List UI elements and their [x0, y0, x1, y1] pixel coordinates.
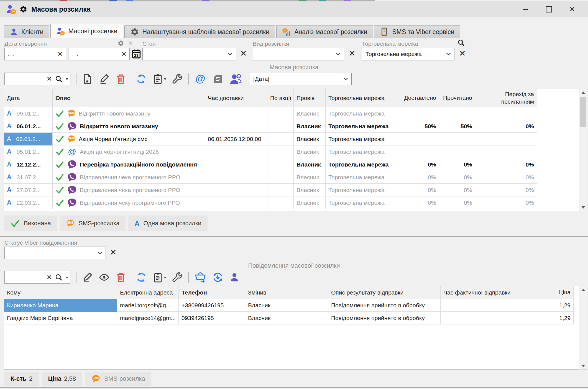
- messages-scrollbar[interactable]: [580, 286, 587, 370]
- col-header[interactable]: Ціна: [532, 286, 574, 299]
- clients-button[interactable]: [229, 73, 242, 85]
- settings-button[interactable]: [172, 73, 183, 85]
- date-to-value: . .: [71, 51, 80, 57]
- search-clear-icon[interactable]: ✕: [47, 76, 52, 82]
- scroll-up-icon[interactable]: [580, 286, 587, 293]
- tab-mailing-analysis[interactable]: Аналіз масової розсилки: [276, 25, 373, 38]
- date-to-clear-icon[interactable]: ✕: [121, 51, 127, 57]
- row-promo: [267, 184, 294, 196]
- minimize-button[interactable]: ─: [521, 5, 530, 13]
- view-button[interactable]: [99, 272, 110, 283]
- check-done-icon: [55, 198, 64, 207]
- state-clear-icon[interactable]: ✕: [240, 49, 247, 58]
- sim-refresh-button[interactable]: [212, 73, 224, 85]
- col-header[interactable]: Змінив: [245, 286, 328, 299]
- col-header[interactable]: Опис: [53, 89, 205, 107]
- table-row[interactable]: A12.12.2... Перевірка транзакційного пов…: [4, 158, 579, 171]
- check-done-icon: [55, 109, 64, 118]
- tab-label: Клієнти: [21, 28, 44, 36]
- table-row[interactable]: A05.01.2... Акція до чорної п'ятниці 202…: [4, 145, 579, 158]
- table-row-selected[interactable]: A06.01.2... Акція Чорна п'ятниця смс 06.…: [4, 133, 579, 145]
- table-row[interactable]: A27.07.2... Відправлення чека програмног…: [4, 184, 579, 196]
- messages-search-input[interactable]: ✕ ▾: [4, 271, 70, 284]
- refresh-button[interactable]: [136, 272, 147, 283]
- table-row[interactable]: Гладких Марія Сергіївна marielgrace14@gm…: [4, 312, 579, 324]
- settings-button[interactable]: [172, 272, 183, 283]
- col-header[interactable]: Кому: [4, 286, 117, 299]
- sync-download-button[interactable]: [212, 272, 224, 283]
- tab-template-settings[interactable]: Налаштування шаблонів масової розсилки: [124, 25, 275, 38]
- search-icon[interactable]: [55, 273, 63, 281]
- row-description: Акція до чорної п'ятниці 2026: [80, 149, 159, 155]
- network-combobox[interactable]: Торговельна мережа: [362, 48, 454, 60]
- date-to-input[interactable]: . . ✕: [68, 48, 130, 60]
- search-icon[interactable]: [457, 39, 465, 47]
- table-row-selected[interactable]: Кириленко Марина mariel.torgsoft@g... +3…: [4, 299, 579, 312]
- add-button[interactable]: [82, 73, 93, 85]
- tab-sms-viber-services[interactable]: SMS та Viber сервіси: [374, 25, 460, 38]
- viber-bubble-icon: [67, 185, 77, 195]
- mailings-search-input[interactable]: ✕ ▾: [4, 73, 70, 85]
- col-header[interactable]: Торговельна мережа: [326, 89, 399, 107]
- search-options-caret-icon[interactable]: ▾: [66, 77, 68, 81]
- edit-button[interactable]: [99, 73, 110, 85]
- table-row[interactable]: A31.07.2... Відправлення чека програмног…: [4, 171, 579, 184]
- maximize-button[interactable]: [546, 6, 552, 12]
- col-header[interactable]: Дата: [4, 89, 53, 107]
- col-header[interactable]: Телефон: [179, 286, 245, 299]
- scroll-down-icon[interactable]: [580, 204, 587, 211]
- calendar-23-icon[interactable]: [131, 49, 141, 59]
- scroll-thumb[interactable]: [580, 97, 586, 127]
- scroll-up-icon[interactable]: [580, 89, 587, 96]
- refresh-button[interactable]: [136, 73, 147, 85]
- table-row[interactable]: A06.01.2... Відкриття нового магазину Вл…: [4, 120, 579, 133]
- tab-clients[interactable]: Клієнти: [4, 25, 49, 38]
- viber-status-clear-icon[interactable]: ✕: [110, 248, 117, 257]
- chevron-down-icon: [98, 252, 102, 254]
- kind-clear-icon[interactable]: ✕: [349, 49, 356, 58]
- email-at-icon: [194, 73, 206, 85]
- report-button[interactable]: ▾: [152, 272, 166, 283]
- scroll-down-icon[interactable]: [580, 362, 587, 369]
- table-row[interactable]: A22.03.2... Відправлення чеку програмног…: [4, 196, 579, 209]
- single-language-a-icon: A: [7, 161, 12, 168]
- row-date: 27.07.2...: [17, 187, 41, 193]
- delete-button[interactable]: [115, 272, 126, 283]
- close-button[interactable]: ✕: [567, 5, 577, 13]
- kind-combobox[interactable]: [253, 48, 344, 60]
- email-mailing-button[interactable]: [194, 73, 206, 85]
- col-header[interactable]: Час доставки: [205, 89, 267, 107]
- col-header[interactable]: Електронна адреса: [117, 286, 179, 299]
- col-header[interactable]: Опис результату відправки: [328, 286, 441, 299]
- col-header[interactable]: Доставлено: [399, 89, 439, 107]
- report-button[interactable]: ▾: [152, 73, 166, 85]
- created-date-clear-icon[interactable]: ✕: [128, 40, 133, 46]
- col-header[interactable]: Провів: [294, 89, 326, 107]
- mailings-scrollbar[interactable]: [580, 89, 587, 211]
- state-combobox[interactable]: [142, 48, 236, 60]
- delete-button[interactable]: [115, 73, 126, 85]
- basket-export-button[interactable]: [194, 272, 206, 283]
- mailings-caption: Масова розсилка: [0, 64, 588, 71]
- network-clear-icon[interactable]: ✕: [459, 49, 466, 58]
- chevron-down-icon: [336, 53, 341, 55]
- search-clear-icon[interactable]: ✕: [47, 274, 52, 281]
- date-from-input[interactable]: . . ✕: [4, 48, 66, 60]
- search-options-caret-icon[interactable]: ▾: [66, 275, 68, 280]
- edit-pencil-icon: [99, 73, 110, 85]
- sms-bubble-icon: [67, 135, 76, 144]
- sort-combobox[interactable]: [Дата]: [250, 73, 352, 85]
- col-header[interactable]: Прочитано: [439, 89, 475, 107]
- tab-mass-mailings[interactable]: Масові розсилки: [50, 24, 123, 38]
- col-header[interactable]: По акції: [267, 89, 294, 107]
- col-header[interactable]: Час фактичної відправки: [441, 286, 532, 299]
- edit-button[interactable]: [82, 272, 93, 283]
- viber-status-combobox[interactable]: [4, 247, 106, 259]
- date-from-value: . .: [7, 51, 16, 57]
- table-row[interactable]: A09.01.2... Відкриття нового магазину Вл…: [4, 107, 579, 120]
- client-card-button[interactable]: [229, 272, 240, 283]
- filter-gear-icon[interactable]: [117, 40, 124, 47]
- search-icon[interactable]: [55, 75, 63, 83]
- date-from-clear-icon[interactable]: ✕: [57, 51, 63, 57]
- col-header[interactable]: Перехід за посиланням: [475, 89, 537, 107]
